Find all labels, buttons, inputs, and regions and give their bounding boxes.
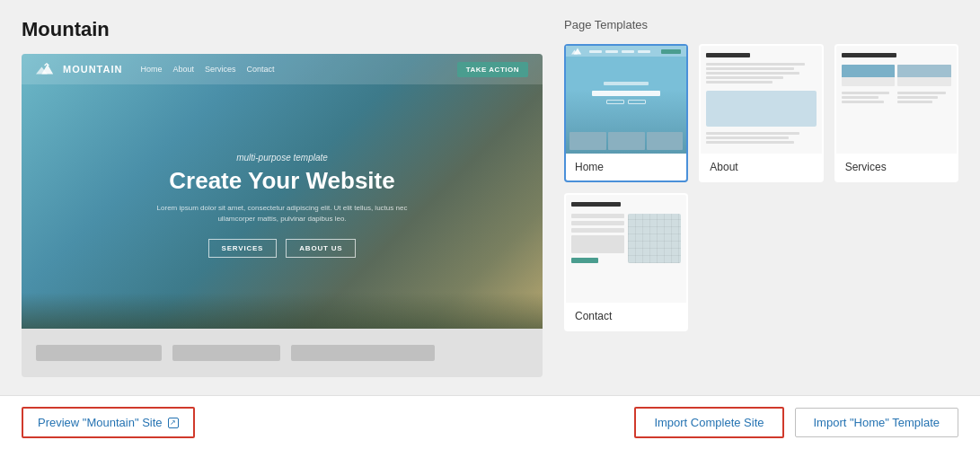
- right-panel: Page Templates: [564, 18, 958, 377]
- fake-nav: MOUNTAIN Home About Services Contact TAK…: [22, 54, 543, 84]
- template-card-home[interactable]: Home: [564, 44, 688, 182]
- thumb-contact-header: [571, 202, 621, 207]
- thumb-cta-btn: [661, 49, 681, 54]
- hero-services-button[interactable]: SERVICES: [208, 239, 278, 258]
- nav-link-home: Home: [140, 65, 162, 74]
- service-item-1: [842, 65, 896, 86]
- thumb-hero-content: [566, 57, 686, 128]
- about-line-8: [706, 141, 794, 144]
- thumb-btn-1: [606, 100, 624, 104]
- form-field-textarea: [571, 235, 624, 253]
- left-panel: Mountain MOUNTAIN: [22, 18, 543, 377]
- hero-title: Create Your Website: [169, 168, 394, 194]
- thumb-sub-bar: [604, 82, 649, 85]
- service-img-2: [897, 65, 951, 77]
- service-text-2a: [897, 92, 946, 94]
- template-thumb-services: [836, 46, 957, 154]
- template-card-contact[interactable]: Contact: [564, 193, 688, 331]
- template-thumb-about: [701, 46, 821, 154]
- thumb-contact-form: [571, 214, 624, 263]
- thumb-nav-bar: [566, 46, 686, 57]
- template-card-about[interactable]: About: [699, 44, 823, 182]
- thumb-home-preview: [566, 46, 686, 154]
- fake-logo: MOUNTAIN: [36, 61, 122, 77]
- thumb-mountain-icon: [571, 47, 584, 56]
- thumb-nav-dot-3: [622, 50, 634, 53]
- footer-bar-2: [172, 345, 280, 361]
- thumb-contact-preview: [566, 195, 686, 303]
- about-line-2: [706, 67, 794, 70]
- thumb-gallery-2: [608, 132, 645, 150]
- thumb-nav-dot-4: [638, 50, 650, 53]
- thumb-gallery-1: [569, 132, 606, 150]
- thumb-nav-dot-1: [589, 50, 602, 53]
- hero-section: MOUNTAIN Home About Services Contact TAK…: [22, 54, 543, 329]
- preview-button-label: Preview "Mountain" Site: [38, 416, 163, 429]
- thumb-gallery-3: [647, 132, 684, 150]
- service-text-block-2: [897, 92, 951, 103]
- thumb-hero-btns: [606, 100, 646, 104]
- thumb-services-header: [842, 53, 896, 57]
- fake-nav-links: Home About Services Contact: [140, 65, 274, 74]
- template-name-home: Home: [566, 154, 686, 180]
- thumb-services-preview: [836, 46, 957, 154]
- about-line-5: [706, 81, 772, 84]
- thumb-btn-2: [628, 100, 646, 104]
- fake-site-preview: MOUNTAIN Home About Services Contact TAK…: [22, 54, 543, 377]
- template-title: Mountain: [22, 18, 543, 41]
- about-line-4: [706, 76, 783, 79]
- template-preview: MOUNTAIN Home About Services Contact TAK…: [22, 54, 543, 377]
- service-img-1: [842, 65, 896, 77]
- nav-link-about: About: [172, 65, 194, 74]
- service-text-2c: [897, 101, 932, 103]
- template-card-services[interactable]: Services: [834, 44, 958, 182]
- hero-subtitle: multi-purpose template: [236, 153, 328, 163]
- form-field-3: [571, 228, 624, 233]
- thumb-nav-dot-2: [605, 50, 618, 53]
- thumb-about-lines: [706, 63, 816, 84]
- form-submit-btn: [571, 258, 598, 263]
- thumb-services-grid: [842, 65, 951, 103]
- bottom-bar: Preview "Mountain" Site Import Complete …: [0, 395, 980, 449]
- preview-button[interactable]: Preview "Mountain" Site: [22, 407, 195, 438]
- about-line-7: [706, 136, 789, 139]
- form-field-2: [571, 221, 624, 225]
- mountain-overlay: [22, 293, 543, 329]
- fake-logo-text: MOUNTAIN: [63, 64, 122, 75]
- template-name-services: Services: [836, 154, 957, 180]
- thumb-nav-items: [589, 50, 650, 53]
- fake-footer-bar: [22, 329, 543, 377]
- fake-nav-cta: TAKE ACTION: [457, 62, 528, 77]
- import-home-button[interactable]: Import "Home" Template: [795, 408, 959, 437]
- svg-line-2: [45, 64, 47, 66]
- service-text-1c: [842, 101, 885, 103]
- map-grid-overlay: [628, 214, 681, 263]
- thumb-about-title-bar: [706, 53, 750, 57]
- mountain-logo-icon: [36, 61, 57, 77]
- template-name-contact: Contact: [566, 303, 686, 330]
- import-complete-button[interactable]: Import Complete Site: [634, 407, 783, 438]
- template-thumb-contact: [566, 195, 686, 303]
- footer-bar-1: [36, 345, 162, 361]
- thumb-about-preview: [701, 46, 821, 154]
- nav-link-services: Services: [205, 65, 236, 74]
- template-thumb-home: [566, 46, 686, 154]
- external-link-icon: [168, 418, 179, 428]
- hero-body: Lorem ipsum dolor sit amet, consectetur …: [156, 203, 408, 224]
- thumb-gallery: [569, 132, 683, 150]
- thumb-contact-map: [628, 214, 681, 263]
- thumb-contact-content: [571, 214, 681, 263]
- hero-buttons: SERVICES ABOUT US: [208, 239, 357, 258]
- footer-bar-3: [291, 345, 435, 361]
- service-text-block-1: [842, 92, 896, 103]
- form-field-1: [571, 214, 624, 218]
- service-item-2: [897, 65, 951, 86]
- service-text-1a: [842, 92, 890, 94]
- thumb-title-bar: [592, 91, 660, 96]
- service-text-2b: [897, 96, 938, 99]
- about-line-1: [706, 63, 805, 66]
- page-templates-label: Page Templates: [564, 18, 958, 31]
- hero-about-button[interactable]: ABOUT US: [286, 239, 356, 258]
- service-text-1b: [842, 96, 879, 99]
- templates-grid: Home: [564, 44, 958, 331]
